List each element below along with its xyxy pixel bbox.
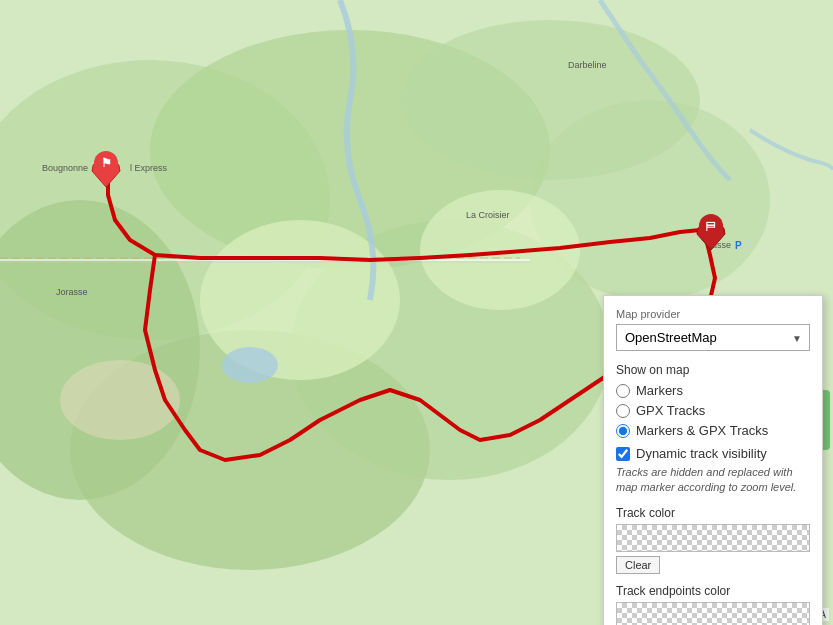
svg-text:l Express: l Express (130, 163, 168, 173)
map-provider-label: Map provider (616, 308, 810, 320)
svg-text:⚑: ⚑ (101, 156, 112, 170)
track-color-swatch[interactable] (616, 524, 810, 552)
dynamic-track-label: Dynamic track visibility (636, 446, 767, 461)
svg-text:Bougnonne: Bougnonne (42, 163, 88, 173)
radio-markers-label: Markers (636, 383, 683, 398)
radio-both[interactable] (616, 424, 630, 438)
radio-group: Markers GPX Tracks Markers & GPX Tracks (616, 383, 810, 438)
show-on-map-label: Show on map (616, 363, 810, 377)
radio-both-item[interactable]: Markers & GPX Tracks (616, 423, 810, 438)
settings-panel: Map provider OpenStreetMap ▼ Show on map… (603, 295, 823, 625)
svg-text:⛿: ⛿ (706, 221, 716, 232)
map-provider-dropdown-wrapper: OpenStreetMap ▼ (616, 324, 810, 351)
svg-text:La Croisier: La Croisier (466, 210, 510, 220)
track-endpoints-label: Track endpoints color (616, 584, 810, 598)
marker-start: ⚑ (88, 145, 124, 181)
radio-gpx-label: GPX Tracks (636, 403, 705, 418)
map-container: Bougnonne l Express La Croisier Darbelin… (0, 0, 833, 625)
radio-both-label: Markers & GPX Tracks (636, 423, 768, 438)
svg-text:Jorasse: Jorasse (56, 287, 88, 297)
marker-end: ⛿ (693, 208, 729, 244)
radio-gpx-item[interactable]: GPX Tracks (616, 403, 810, 418)
track-color-label: Track color (616, 506, 810, 520)
track-endpoints-color-swatch[interactable] (616, 602, 810, 625)
radio-gpx[interactable] (616, 404, 630, 418)
svg-point-12 (222, 347, 278, 383)
radio-markers-item[interactable]: Markers (616, 383, 810, 398)
svg-text:Darbeline: Darbeline (568, 60, 607, 70)
dynamic-track-description: Tracks are hidden and replaced with map … (616, 465, 810, 496)
radio-markers[interactable] (616, 384, 630, 398)
map-provider-select[interactable]: OpenStreetMap (616, 324, 810, 351)
dynamic-track-item[interactable]: Dynamic track visibility (616, 446, 810, 461)
clear-track-color-button[interactable]: Clear (616, 556, 660, 574)
dynamic-track-checkbox[interactable] (616, 447, 630, 461)
svg-point-11 (60, 360, 180, 440)
svg-text:P: P (735, 240, 742, 251)
